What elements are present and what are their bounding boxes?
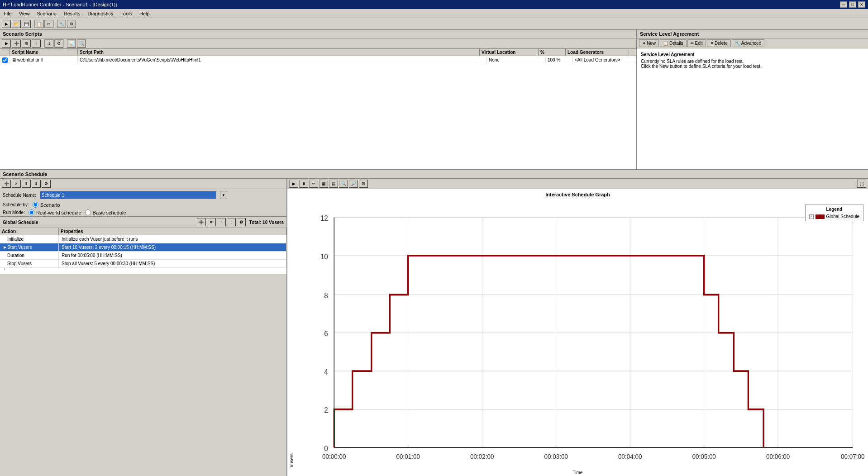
close-button[interactable]: ✕: [858, 1, 865, 8]
action-cell-name: Stop Vusers: [0, 260, 59, 267]
x-axis-label: Time: [287, 469, 868, 476]
legend-checkbox[interactable]: ✓: [809, 214, 814, 219]
sla-new-btn[interactable]: ✦ New: [639, 39, 659, 47]
action-row-start-vusers[interactable]: ▶ Start Vusers Start 10 Vusers: 2 every …: [0, 243, 286, 252]
graph-fit-btn[interactable]: ⊞: [359, 180, 368, 188]
row-percent: 100 %: [546, 56, 573, 64]
toolbar-btn-2[interactable]: 📂: [12, 20, 21, 28]
toolbar-btn-1[interactable]: ▶: [2, 20, 11, 28]
y-axis-label: Vusers: [287, 200, 296, 469]
menu-diagnostics[interactable]: Diagnostics: [86, 10, 115, 17]
run-mode-row: Run Mode: Real-world schedule Basic sche…: [0, 209, 286, 216]
gs-total-label: Total: 10 Vusers: [249, 220, 284, 225]
action-row-initialize[interactable]: Initialize Initialize each Vuser just be…: [0, 235, 286, 243]
menu-view[interactable]: View: [17, 10, 32, 17]
svg-text:00:02:00: 00:02:00: [470, 452, 494, 460]
graph-pause-btn[interactable]: ⏸: [299, 180, 308, 188]
svg-text:12: 12: [320, 214, 328, 222]
action-row-stop-vusers[interactable]: Stop Vusers Stop all Vusers: 5 every 00:…: [0, 260, 286, 268]
minimize-button[interactable]: ─: [840, 1, 847, 8]
toolbar-btn-6[interactable]: 🔧: [57, 20, 66, 28]
script-table-header: Script Name Script Path Virtual Location…: [0, 49, 636, 56]
action-cell-name: Initialize: [0, 235, 59, 243]
menu-tools[interactable]: Tools: [119, 10, 134, 17]
sched-add-btn[interactable]: ➕: [2, 180, 11, 188]
graph-toolbar: ▶ ⏸ ✏ ▦ ▤ 🔍 🔎 ⊞ ⛶: [287, 179, 868, 189]
ss-gen-btn[interactable]: 📊: [67, 39, 76, 48]
menu-results[interactable]: Results: [62, 10, 82, 17]
global-schedule-label: Global Schedule: [3, 220, 38, 225]
gs-dn-btn[interactable]: ↓: [227, 218, 236, 226]
row-checkbox[interactable]: [0, 56, 10, 64]
scenario-scripts-panel: Scenario Scripts ▶ ➕ 🗑 ↑ ℹ ⚙ 📊 🔍 Script …: [0, 30, 637, 169]
sla-advanced-btn[interactable]: 🔧 Advanced: [732, 39, 764, 47]
th-check: [0, 49, 10, 56]
schedule-name-input[interactable]: [40, 191, 216, 199]
sched-dn-btn[interactable]: ⬇: [32, 180, 41, 188]
script-checkbox[interactable]: [2, 57, 8, 63]
graph-zoom-out-btn[interactable]: 🔎: [349, 180, 358, 188]
ss-delete-btn[interactable]: 🗑: [22, 39, 31, 48]
chart-svg: 0 2 4 6 8 10 12 00:00:00 00:01:00 00:0: [296, 200, 868, 469]
schedule-by-scenario-radio[interactable]: [33, 202, 38, 208]
scenario-schedule-header: Scenario Schedule: [0, 170, 868, 179]
new-action-row: *: [0, 268, 286, 274]
gs-add-btn[interactable]: ➕: [197, 218, 206, 226]
ss-info-btn[interactable]: ℹ: [44, 39, 53, 48]
graph-main: Vusers: [287, 200, 868, 469]
menu-scenario[interactable]: Scenario: [35, 10, 58, 17]
gs-more-btn[interactable]: ⚙: [237, 218, 246, 226]
toolbar-btn-3[interactable]: 💾: [22, 20, 31, 28]
ss-config-btn[interactable]: ⚙: [54, 39, 63, 48]
schedule-name-row: Schedule Name: ▼: [0, 189, 286, 201]
scenario-schedule-panel: Scenario Schedule ➕ ✕ ⬆ ⬇ ⚙ Schedule Nam…: [0, 170, 868, 476]
graph-edit-btn[interactable]: ✏: [309, 180, 318, 188]
sla-edit-btn[interactable]: ✏ Edit: [687, 39, 706, 47]
sched-up-btn[interactable]: ⬆: [22, 180, 31, 188]
ss-filter-btn[interactable]: 🔍: [77, 39, 86, 48]
ss-run-btn[interactable]: ▶: [2, 39, 11, 48]
schedule-by-label: Schedule by:: [3, 202, 29, 207]
actions-body: Initialize Initialize each Vuser just be…: [0, 235, 286, 274]
run-mode-basic-radio[interactable]: [85, 209, 91, 215]
sched-extra-btn[interactable]: ⚙: [42, 180, 51, 188]
graph-table-btn[interactable]: ▤: [329, 180, 338, 188]
sla-title: Service Level Agreement: [641, 52, 864, 57]
run-mode-label: Run Mode:: [3, 210, 25, 215]
legend-item-label: Global Schedule: [826, 214, 859, 219]
maximize-button[interactable]: □: [849, 1, 856, 8]
schedule-by-scenario-label: Scenario: [40, 202, 60, 208]
table-row[interactable]: 🖥 webhttphtmll C:\Users\lhb.meot\Documen…: [0, 56, 636, 64]
toolbar-btn-4[interactable]: 📋: [34, 20, 43, 28]
top-row: Scenario Scripts ▶ ➕ 🗑 ↑ ℹ ⚙ 📊 🔍 Script …: [0, 30, 868, 170]
gs-del-btn[interactable]: ✕: [207, 218, 216, 226]
graph-maximize-btn[interactable]: ⛶: [857, 180, 866, 188]
gs-up-btn[interactable]: ↑: [217, 218, 226, 226]
graph-zoom-in-btn[interactable]: 🔍: [339, 180, 348, 188]
graph-grid-btn[interactable]: ▦: [319, 180, 328, 188]
th-scroll: [629, 49, 636, 56]
ss-up-btn[interactable]: ↑: [32, 39, 41, 48]
sched-del-btn[interactable]: ✕: [12, 180, 21, 188]
script-table: Script Name Script Path Virtual Location…: [0, 49, 636, 169]
ath-properties: Properties: [59, 228, 286, 235]
toolbar-btn-5[interactable]: ✂: [44, 20, 53, 28]
legend-item: ✓ Global Schedule: [809, 214, 859, 219]
toolbar-btn-7[interactable]: ⚙: [67, 20, 76, 28]
svg-text:6: 6: [324, 329, 328, 338]
schedule-toolbar: ➕ ✕ ⬆ ⬇ ⚙: [0, 179, 286, 189]
sla-delete-btn[interactable]: ✕ Delete: [707, 39, 731, 47]
ss-add-btn[interactable]: ➕: [12, 39, 21, 48]
action-row-duration[interactable]: Duration Run for 00:05:00 (HH:MM:SS): [0, 252, 286, 260]
schedule-name-dropdown[interactable]: ▼: [220, 191, 227, 199]
sla-details-btn[interactable]: 📋 Details: [660, 39, 687, 47]
legend-box: Legend ✓ Global Schedule: [805, 205, 863, 221]
graph-play-btn[interactable]: ▶: [289, 180, 298, 188]
menu-file[interactable]: File: [2, 10, 14, 17]
svg-text:8: 8: [324, 291, 328, 300]
run-mode-realworld-radio[interactable]: [29, 209, 34, 215]
th-script-path: Script Path: [78, 49, 480, 56]
action-cell-name: ▶ Start Vusers: [0, 243, 59, 251]
svg-text:00:06:00: 00:06:00: [766, 452, 790, 460]
menu-help[interactable]: Help: [138, 10, 152, 17]
